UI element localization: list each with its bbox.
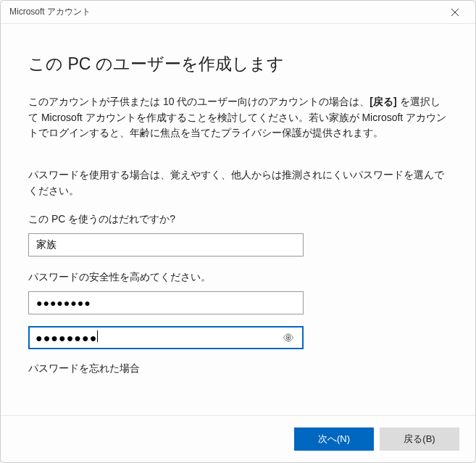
titlebar: Microsoft アカウント — [1, 1, 475, 24]
next-button[interactable]: 次へ(N) — [294, 427, 374, 451]
password-input[interactable]: ●●●●●●●● — [36, 297, 91, 309]
text-caret — [97, 330, 98, 342]
intro-paragraph-2: パスワードを使用する場合は、覚えやすく、他人からは推測されにくいパスワードを選ん… — [28, 167, 448, 199]
password-confirm-input[interactable]: ●●●●●●●● — [36, 330, 98, 345]
close-button[interactable] — [440, 1, 469, 23]
page-title: この PC のユーザーを作成します — [28, 53, 448, 75]
intro-text-pre: このアカウントが子供または 10 代のユーザー向けのアカウントの場合は、 — [28, 96, 369, 107]
password-reveal-button[interactable] — [282, 331, 295, 344]
intro-text-bold: [戻る] — [369, 96, 396, 107]
close-icon — [451, 8, 459, 17]
password-field-wrapper[interactable]: ●●●●●●●● — [28, 291, 304, 314]
username-input[interactable] — [36, 234, 296, 256]
content-area: この PC のユーザーを作成します このアカウントが子供または 10 代のユーザ… — [1, 24, 475, 415]
svg-point-2 — [288, 337, 290, 339]
forgot-password-label: パスワードを忘れた場合 — [28, 362, 448, 375]
username-field-wrapper[interactable] — [28, 233, 304, 256]
eye-icon — [283, 332, 294, 343]
back-button[interactable]: 戻る(B) — [380, 427, 459, 451]
footer-bar: 次へ(N) 戻る(B) — [1, 415, 475, 462]
username-label: この PC を使うのはだれですか? — [28, 213, 448, 226]
intro-paragraph-1: このアカウントが子供または 10 代のユーザー向けのアカウントの場合は、[戻る]… — [28, 94, 448, 141]
password-label: パスワードの安全性を高めてください。 — [28, 271, 448, 284]
window-title: Microsoft アカウント — [9, 6, 91, 18]
password-confirm-field-wrapper[interactable]: ●●●●●●●● — [28, 326, 304, 349]
dialog-window: Microsoft アカウント この PC のユーザーを作成します このアカウン… — [0, 0, 476, 463]
